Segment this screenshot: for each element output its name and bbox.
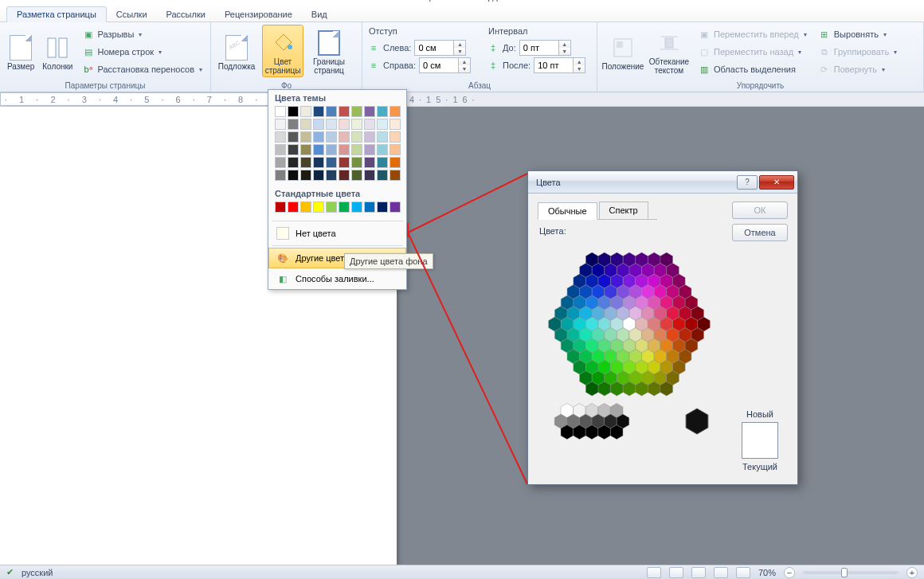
zoom-slider[interactable]	[803, 571, 899, 574]
color-swatch[interactable]	[377, 106, 388, 117]
indent-right-input[interactable]	[420, 58, 458, 72]
color-swatch[interactable]	[288, 144, 299, 155]
color-swatch[interactable]	[351, 144, 362, 155]
line-numbers-button[interactable]: ▤Номера строк▾	[79, 44, 206, 60]
color-swatch[interactable]	[313, 144, 324, 155]
color-swatch[interactable]	[364, 131, 375, 143]
color-swatch[interactable]	[288, 106, 299, 117]
spin-up-icon[interactable]: ▲	[559, 41, 570, 48]
color-swatch[interactable]	[326, 131, 337, 143]
tab-standard-colors[interactable]: Обычные	[538, 202, 597, 220]
color-swatch[interactable]	[300, 201, 311, 213]
color-swatch[interactable]	[364, 144, 375, 155]
space-before-input[interactable]	[520, 41, 558, 55]
color-swatch[interactable]	[339, 106, 350, 117]
spin-up-icon[interactable]: ▲	[574, 58, 585, 65]
tab-spectrum[interactable]: Спектр	[599, 201, 648, 219]
size-button[interactable]: Размер	[5, 25, 37, 77]
color-swatch[interactable]	[275, 131, 286, 143]
color-swatch[interactable]	[275, 106, 286, 117]
color-swatch[interactable]	[339, 119, 350, 130]
color-swatch[interactable]	[377, 157, 388, 168]
color-swatch[interactable]	[339, 144, 350, 155]
color-swatch[interactable]	[326, 106, 337, 117]
view-outline-button[interactable]	[714, 567, 728, 578]
color-swatch[interactable]	[275, 119, 286, 130]
page-color-button[interactable]: Цвет страницы	[262, 25, 303, 77]
tab-mailings[interactable]: Рассылки	[157, 7, 215, 22]
zoom-level[interactable]: 70%	[758, 568, 776, 577]
color-swatch[interactable]	[326, 170, 337, 181]
view-web-button[interactable]	[691, 567, 706, 578]
color-swatch[interactable]	[313, 106, 324, 117]
space-after-spinner[interactable]: ▲▼	[534, 57, 585, 73]
close-button[interactable]: ✕	[759, 175, 794, 190]
color-swatch[interactable]	[364, 157, 375, 168]
no-color-item[interactable]: Нет цвета	[268, 223, 406, 244]
view-print-layout-button[interactable]	[647, 567, 661, 578]
color-swatch[interactable]	[326, 119, 337, 130]
space-before-spinner[interactable]: ▲▼	[519, 40, 571, 56]
align-button[interactable]: ⊞Выровнять▾	[815, 26, 901, 42]
indent-left-input[interactable]	[415, 41, 453, 55]
cancel-button[interactable]: Отмена	[732, 224, 788, 241]
color-swatch[interactable]	[390, 106, 401, 117]
watermark-button[interactable]: ABC Подложка	[216, 25, 257, 77]
color-swatch[interactable]	[364, 170, 375, 181]
color-swatch[interactable]	[313, 119, 324, 130]
color-swatch[interactable]	[339, 170, 350, 181]
color-swatch[interactable]	[326, 144, 337, 155]
color-swatch[interactable]	[390, 144, 401, 155]
hex-swatch-black[interactable]	[686, 409, 708, 434]
language-indicator[interactable]: русский	[22, 568, 53, 577]
zoom-out-button[interactable]: −	[784, 567, 795, 578]
color-swatch[interactable]	[351, 106, 362, 117]
color-swatch[interactable]	[326, 201, 337, 213]
ok-button[interactable]: ОК	[732, 201, 788, 219]
color-swatch[interactable]	[364, 119, 375, 130]
tab-view[interactable]: Вид	[302, 7, 337, 22]
fill-effects-item[interactable]: ◧Способы заливки...	[268, 268, 406, 289]
color-swatch[interactable]	[300, 144, 311, 155]
color-swatch[interactable]	[288, 157, 299, 168]
spin-down-icon[interactable]: ▼	[454, 48, 465, 55]
color-swatch[interactable]	[390, 170, 401, 181]
color-swatch[interactable]	[275, 201, 286, 213]
color-swatch[interactable]	[377, 144, 388, 155]
color-swatch[interactable]	[300, 119, 311, 130]
breaks-button[interactable]: ▣Разрывы▾	[79, 26, 206, 42]
spin-up-icon[interactable]: ▲	[459, 58, 470, 65]
color-swatch[interactable]	[351, 157, 362, 168]
dialog-titlebar[interactable]: Цвета ? ✕	[528, 171, 797, 194]
color-swatch[interactable]	[300, 131, 311, 143]
color-swatch[interactable]	[377, 201, 388, 213]
color-swatch[interactable]	[339, 157, 350, 168]
color-swatch[interactable]	[300, 170, 311, 181]
color-swatch[interactable]	[326, 157, 337, 168]
columns-button[interactable]: Колонки	[41, 25, 73, 77]
spellcheck-icon[interactable]: ✔	[6, 567, 14, 577]
page-borders-button[interactable]: Границы страниц	[308, 25, 350, 77]
color-swatch[interactable]	[288, 170, 299, 181]
tab-page-layout[interactable]: Разметка страницы	[6, 6, 107, 22]
color-swatch[interactable]	[275, 144, 286, 155]
view-reading-button[interactable]	[669, 567, 683, 578]
color-swatch[interactable]	[339, 201, 350, 213]
indent-left-spinner[interactable]: ▲▼	[414, 40, 466, 56]
spin-up-icon[interactable]: ▲	[454, 41, 465, 48]
color-swatch[interactable]	[275, 157, 286, 168]
color-swatch[interactable]	[390, 119, 401, 130]
color-swatch[interactable]	[377, 131, 388, 143]
indent-right-spinner[interactable]: ▲▼	[419, 57, 471, 73]
color-swatch[interactable]	[364, 201, 375, 213]
zoom-in-button[interactable]: +	[906, 567, 918, 578]
color-swatch[interactable]	[390, 131, 401, 143]
color-swatch[interactable]	[300, 106, 311, 117]
color-swatch[interactable]	[313, 170, 324, 181]
hyphenation-button[interactable]: bᵃРасстановка переносов▾	[79, 61, 206, 77]
help-button[interactable]: ?	[737, 175, 758, 190]
color-swatch[interactable]	[390, 201, 401, 213]
color-swatch[interactable]	[288, 201, 299, 213]
spin-down-icon[interactable]: ▼	[559, 48, 570, 55]
color-swatch[interactable]	[313, 157, 324, 168]
